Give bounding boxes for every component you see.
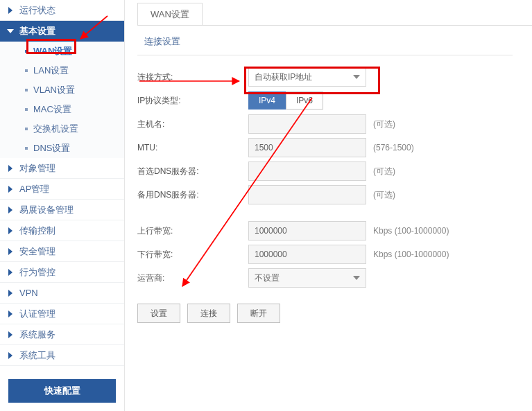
nav-label: 基本设置 xyxy=(19,26,55,36)
apply-button[interactable]: 设置 xyxy=(137,304,180,323)
nav-label: 运行状态 xyxy=(19,5,55,15)
sub-nav-switch[interactable]: 交换机设置 xyxy=(0,119,124,139)
quick-config-button[interactable]: 快速配置 xyxy=(8,379,116,403)
nav-item-sys-service[interactable]: 系统服务 xyxy=(0,324,124,345)
hint-mtu: (576-1500) xyxy=(373,143,414,152)
input-down-bw[interactable]: 1000000 xyxy=(248,245,366,264)
hint-hostname: (可选) xyxy=(373,119,395,130)
connect-button[interactable]: 连接 xyxy=(187,304,230,323)
sub-nav-list: WAN设置 LAN设置 VLAN设置 MAC设置 交换机设置 DNS设置 xyxy=(0,42,124,158)
tab-wan-settings[interactable]: WAN设置 xyxy=(137,3,203,25)
section-title: 连接设置 xyxy=(137,26,513,55)
nav-item-auth[interactable]: 认证管理 xyxy=(0,304,124,324)
hint-dns1: (可选) xyxy=(373,166,395,177)
hint-up-bw: Kbps (100-1000000) xyxy=(373,226,449,236)
nav-item-security[interactable]: 安全管理 xyxy=(0,241,124,262)
label-ip-proto: IP协议类型: xyxy=(137,95,248,107)
sub-nav-wan[interactable]: WAN设置 xyxy=(0,42,124,61)
input-dns1[interactable] xyxy=(248,161,366,181)
chevron-down-icon xyxy=(353,276,360,280)
caret-right-icon xyxy=(8,290,12,297)
caret-right-icon xyxy=(8,186,12,193)
disconnect-button[interactable]: 断开 xyxy=(237,304,280,323)
caret-right-icon xyxy=(8,352,12,359)
label-dns1: 首选DNS服务器: xyxy=(137,166,248,177)
caret-right-icon xyxy=(8,331,12,338)
label-isp: 运营商: xyxy=(137,272,248,284)
label-down-bw: 下行带宽: xyxy=(137,249,248,261)
toggle-ipv6[interactable]: IPv6 xyxy=(286,91,323,110)
sub-nav-lan[interactable]: LAN设置 xyxy=(0,61,124,80)
select-conn-mode[interactable]: 自动获取IP地址 xyxy=(248,67,366,87)
caret-right-icon xyxy=(8,311,12,317)
nav-item-traffic[interactable]: 传输控制 xyxy=(0,220,124,241)
sub-nav-dns[interactable]: DNS设置 xyxy=(0,139,124,158)
hint-dns2: (可选) xyxy=(373,189,395,201)
caret-down-icon xyxy=(7,29,14,33)
caret-right-icon xyxy=(8,7,12,14)
label-hostname: 主机名: xyxy=(137,119,248,130)
caret-right-icon xyxy=(8,165,12,172)
sub-nav-vlan[interactable]: VLAN设置 xyxy=(0,80,124,100)
nav-item-basic-settings[interactable]: 基本设置 xyxy=(0,21,124,42)
hint-down-bw: Kbps (100-1000000) xyxy=(373,250,449,259)
caret-right-icon xyxy=(8,248,12,255)
caret-right-icon xyxy=(8,227,12,234)
nav-item-ap-mgmt[interactable]: AP管理 xyxy=(0,179,124,200)
select-isp[interactable]: 不设置 xyxy=(248,268,366,288)
label-conn-mode: 连接方式: xyxy=(137,71,248,83)
caret-right-icon xyxy=(8,269,12,276)
label-up-bw: 上行带宽: xyxy=(137,225,248,237)
label-dns2: 备用DNS服务器: xyxy=(137,189,248,201)
input-dns2[interactable] xyxy=(248,185,366,204)
input-mtu[interactable]: 1500 xyxy=(248,138,366,157)
nav-item-vpn[interactable]: VPN xyxy=(0,283,124,304)
chevron-down-icon xyxy=(353,75,360,79)
caret-right-icon xyxy=(8,207,12,213)
sub-nav-mac[interactable]: MAC设置 xyxy=(0,100,124,119)
label-mtu: MTU: xyxy=(137,143,248,152)
nav-item-runstatus[interactable]: 运行状态 xyxy=(0,0,124,21)
nav-item-object-mgmt[interactable]: 对象管理 xyxy=(0,158,124,179)
input-hostname[interactable] xyxy=(248,114,366,134)
nav-item-behavior[interactable]: 行为管控 xyxy=(0,262,124,283)
nav-item-sys-tools[interactable]: 系统工具 xyxy=(0,345,124,366)
input-up-bw[interactable]: 1000000 xyxy=(248,221,366,241)
nav-item-mesh-mgmt[interactable]: 易展设备管理 xyxy=(0,200,124,220)
toggle-ipv4[interactable]: IPv4 xyxy=(248,91,286,110)
